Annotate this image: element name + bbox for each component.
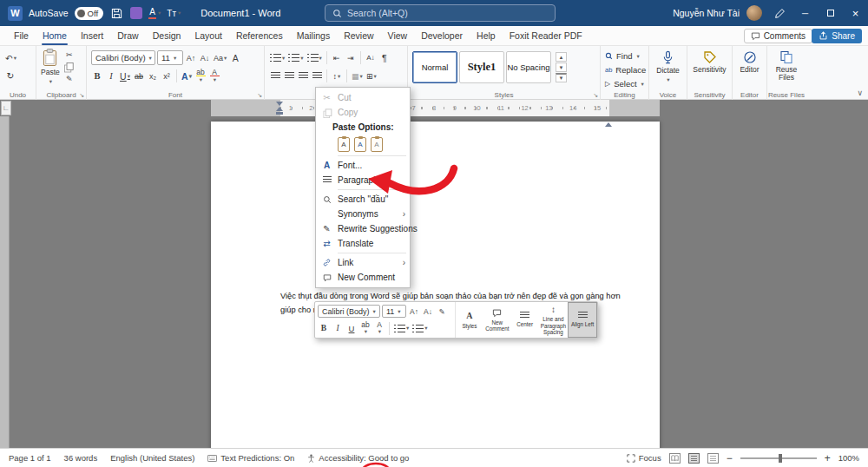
horizontal-ruler[interactable]: 123456789101112131415 xyxy=(211,100,660,116)
search-input[interactable] xyxy=(347,8,548,18)
change-case-button[interactable]: Aa xyxy=(213,50,227,65)
context-menu-link[interactable]: Link xyxy=(316,255,410,270)
font-color-button[interactable]: A xyxy=(208,69,220,83)
italic-button[interactable]: I xyxy=(105,69,117,83)
underline-button[interactable]: U xyxy=(119,69,131,83)
accessibility-indicator[interactable]: Accessibility: Good to go xyxy=(307,453,409,463)
mini-format-painter-button[interactable]: ✎ xyxy=(436,305,448,318)
avatar[interactable] xyxy=(746,5,762,21)
reuse-files-button[interactable]: Reuse Files xyxy=(767,46,806,82)
font-dialog-launcher[interactable] xyxy=(257,92,262,99)
mini-underline-button[interactable]: U xyxy=(345,322,358,335)
tab-help[interactable]: Help xyxy=(470,26,503,45)
close-button[interactable]: × xyxy=(843,0,868,26)
numbering-button[interactable] xyxy=(287,50,304,65)
style-normal[interactable]: Normal xyxy=(412,51,457,83)
zoom-out-button[interactable]: − xyxy=(727,452,733,464)
undo-button[interactable]: ↶ xyxy=(4,50,17,65)
quick-access-font-color-button[interactable]: A xyxy=(148,7,161,20)
sensitivity-button[interactable]: Sensitivity xyxy=(687,46,732,74)
comments-button[interactable]: Comments xyxy=(744,29,812,43)
bullets-button[interactable] xyxy=(269,50,286,65)
align-center-button[interactable] xyxy=(283,69,295,83)
read-mode-button[interactable] xyxy=(669,453,681,464)
tab-references[interactable]: References xyxy=(229,26,290,45)
select-button[interactable]: ▷ Select xyxy=(605,78,646,89)
borders-button[interactable]: ⊞ xyxy=(365,69,378,83)
word-logo-icon[interactable]: W xyxy=(8,6,23,21)
styles-gallery-up-button[interactable]: ▲ xyxy=(556,52,567,62)
zoom-slider-thumb[interactable] xyxy=(779,454,782,463)
ribbon-display-options-icon[interactable] xyxy=(773,6,787,21)
search-box[interactable] xyxy=(325,4,556,22)
superscript-button[interactable]: x² xyxy=(161,69,173,83)
tab-review[interactable]: Review xyxy=(337,26,380,45)
focus-button[interactable]: Focus xyxy=(627,453,661,463)
shading-button[interactable]: ▦ xyxy=(351,69,364,83)
quick-access-change-case-button[interactable]: Tт xyxy=(167,9,181,18)
format-painter-button[interactable]: ✎ xyxy=(63,75,76,83)
show-formatting-marks-button[interactable]: ¶ xyxy=(378,50,391,65)
ink-quick-access-icon[interactable] xyxy=(130,7,142,19)
word-count[interactable]: 36 words xyxy=(64,453,98,463)
tab-file[interactable]: File xyxy=(7,26,36,45)
mini-styles-button[interactable]: A Styles xyxy=(456,302,483,338)
mini-shrink-font-button[interactable]: A↓ xyxy=(422,305,434,318)
language-indicator[interactable]: English (United States) xyxy=(110,453,194,463)
replace-button[interactable]: ab Replace xyxy=(605,64,646,76)
bold-button[interactable]: B xyxy=(91,69,103,83)
document-page[interactable]: Việc thụt đầu dòng trong Word sẽ giúp bả… xyxy=(211,122,660,448)
zoom-slider[interactable] xyxy=(740,457,817,459)
font-name-select[interactable]: Calibri (Body) xyxy=(91,50,155,65)
paste-keep-source-formatting-button[interactable]: A xyxy=(338,137,350,152)
paste-merge-formatting-button[interactable]: A xyxy=(354,137,366,152)
mini-font-color-button[interactable]: A xyxy=(373,322,385,335)
mini-highlight-button[interactable]: ab xyxy=(359,322,372,335)
context-menu-translate[interactable]: ⇄ Translate xyxy=(316,236,410,251)
mini-font-size-select[interactable]: 11 xyxy=(382,305,406,318)
mini-line-spacing-button[interactable]: ↕ Line and Paragraph Spacing xyxy=(539,302,568,338)
mini-center-button[interactable]: Center xyxy=(511,302,539,338)
find-button[interactable]: Find xyxy=(605,50,646,62)
mini-new-comment-button[interactable]: New Comment xyxy=(483,302,511,338)
font-size-select[interactable]: 11 xyxy=(157,50,183,65)
shrink-font-button[interactable]: A↓ xyxy=(199,50,211,65)
mini-bullets-button[interactable] xyxy=(393,322,410,335)
tab-developer[interactable]: Developer xyxy=(414,26,470,45)
dictate-button[interactable]: Dictate xyxy=(649,46,687,82)
text-effects-button[interactable]: A xyxy=(181,69,193,83)
tab-foxit-reader-pdf[interactable]: Foxit Reader PDF xyxy=(503,26,589,45)
redo-button[interactable]: ↻ xyxy=(4,68,16,82)
align-left-button[interactable] xyxy=(269,69,281,83)
print-layout-button[interactable] xyxy=(688,453,700,464)
save-button[interactable] xyxy=(109,6,124,21)
mini-align-left-button[interactable]: Align Left xyxy=(568,302,597,338)
style-style1[interactable]: Style1 xyxy=(459,51,504,83)
copy-button[interactable] xyxy=(64,62,73,71)
web-layout-button[interactable] xyxy=(707,453,719,464)
style-no-spacing[interactable]: No Spacing xyxy=(506,51,551,83)
styles-dialog-launcher[interactable] xyxy=(593,92,598,99)
vertical-ruler[interactable] xyxy=(0,116,10,448)
context-menu-paragraph[interactable]: Paragraph... xyxy=(316,173,410,187)
first-line-indent-marker[interactable] xyxy=(276,102,283,106)
context-menu-synonyms[interactable]: Synonyms xyxy=(316,207,410,221)
strikethrough-button[interactable]: ab xyxy=(133,69,145,83)
context-menu-new-comment[interactable]: New Comment xyxy=(316,270,410,285)
tab-draw[interactable]: Draw xyxy=(110,26,146,45)
paste-keep-text-only-button[interactable]: A xyxy=(371,137,383,152)
zoom-level[interactable]: 100% xyxy=(838,453,859,463)
tab-stop-selector[interactable]: ∟ xyxy=(1,101,11,115)
editor-button[interactable]: Editor xyxy=(733,46,766,74)
context-menu-font[interactable]: A Font... xyxy=(316,158,410,173)
user-name[interactable]: Nguyễn Như Tài xyxy=(673,8,740,18)
paste-button[interactable]: Paste xyxy=(41,49,60,84)
styles-gallery-more-button[interactable]: ▼ xyxy=(556,73,567,82)
clear-formatting-button[interactable]: A xyxy=(229,50,241,65)
tab-layout[interactable]: Layout xyxy=(187,26,229,45)
line-spacing-button[interactable]: ↕ xyxy=(331,69,343,83)
mini-grow-font-button[interactable]: A↑ xyxy=(408,305,420,318)
minimize-button[interactable]: ─ xyxy=(792,0,818,26)
subscript-button[interactable]: x₂ xyxy=(147,69,159,83)
highlight-button[interactable]: ab xyxy=(194,69,207,83)
